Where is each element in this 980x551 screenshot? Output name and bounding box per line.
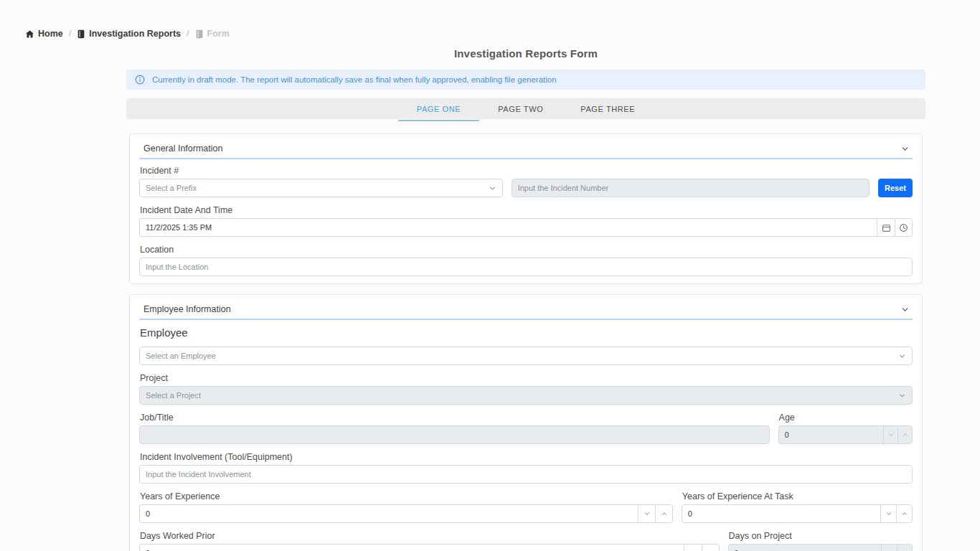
job-title-label: Job/Title: [140, 413, 770, 423]
years-experience-task-label: Years of Experience At Task: [682, 491, 913, 501]
days-worked-prior-field: Days Worked Prior: [139, 531, 720, 551]
days-on-project-label: Days on Project: [729, 531, 913, 541]
breadcrumb-separator: /: [69, 29, 71, 39]
incident-datetime-label: Incident Date And Time: [140, 205, 913, 215]
main-content: Investigation Reports Form Currently in …: [126, 47, 925, 551]
age-label: Age: [779, 413, 913, 423]
chevron-down-icon: [489, 184, 496, 192]
page-tabs: PAGE ONE PAGE TWO PAGE THREE: [126, 98, 925, 119]
stepper-down-icon: [883, 425, 897, 444]
age-field-wrap: [778, 425, 883, 444]
project-select: Select a Project: [139, 386, 913, 405]
job-title-input: [140, 426, 769, 443]
breadcrumb-form-label: Form: [207, 29, 230, 39]
report-icon: [195, 29, 204, 39]
incident-datetime-input[interactable]: [140, 219, 877, 236]
tab-page-two[interactable]: PAGE TWO: [479, 98, 562, 119]
employee-information-header: Employee Information: [139, 303, 913, 319]
chevron-down-icon: [898, 352, 906, 360]
years-experience-label: Years of Experience: [140, 491, 673, 501]
clock-icon[interactable]: [895, 218, 913, 237]
section-divider: [139, 319, 913, 320]
stepper-down-icon[interactable]: [880, 504, 896, 523]
info-icon: [135, 75, 145, 85]
years-experience-task-field: Years of Experience At Task: [682, 491, 913, 523]
location-input[interactable]: [140, 258, 912, 276]
incident-prefix-placeholder: Select a Prefix: [146, 184, 197, 192]
years-experience-task-input[interactable]: [682, 505, 880, 522]
employee-select[interactable]: Select an Employee: [139, 347, 913, 365]
general-information-header: General Information: [139, 142, 913, 158]
days-worked-prior-input[interactable]: [140, 545, 684, 551]
banner-text: Currently in draft mode. The report will…: [152, 75, 557, 84]
days-on-project-field-wrap: [728, 544, 882, 551]
chevron-down-icon[interactable]: [900, 305, 911, 314]
breadcrumb: Home / Investigation Reports / Form: [25, 29, 230, 39]
breadcrumb-separator: /: [187, 29, 189, 39]
breadcrumb-home[interactable]: Home: [25, 29, 63, 39]
incident-datetime-field-wrap: [139, 218, 877, 237]
stepper-up-icon[interactable]: [896, 504, 913, 523]
general-information-title: General Information: [143, 143, 222, 154]
draft-mode-banner: Currently in draft mode. The report will…: [126, 70, 925, 90]
project-select-placeholder: Select a Project: [146, 391, 201, 400]
breadcrumb-form: Form: [195, 29, 230, 39]
years-experience-stepper: [139, 504, 673, 523]
days-worked-prior-label: Days Worked Prior: [140, 531, 720, 541]
days-on-project-field: Days on Project: [728, 531, 913, 551]
stepper-up-icon[interactable]: [702, 544, 720, 551]
age-stepper: [778, 425, 913, 444]
age-input: [779, 426, 883, 443]
years-experience-field: Years of Experience: [139, 491, 673, 523]
employee-select-placeholder: Select an Employee: [146, 352, 216, 360]
chevron-down-icon[interactable]: [900, 144, 911, 154]
employee-information-title: Employee Information: [143, 304, 231, 314]
general-information-card: General Information Incident # Select a …: [129, 133, 923, 284]
page: Home / Investigation Reports / Form Inve…: [0, 0, 980, 551]
breadcrumb-reports-label: Investigation Reports: [89, 29, 181, 39]
stepper-up-icon: [897, 425, 913, 444]
incident-involvement-input[interactable]: [140, 466, 912, 483]
report-icon: [77, 29, 85, 39]
incident-datetime-group: [139, 218, 913, 237]
incident-number-input[interactable]: [512, 179, 869, 197]
reset-button[interactable]: Reset: [878, 179, 913, 197]
home-icon: [25, 29, 34, 39]
days-worked-prior-field-wrap: [139, 544, 684, 551]
location-field-wrap: [139, 258, 913, 276]
section-divider: [139, 158, 913, 159]
job-title-field-wrap: [139, 425, 770, 444]
breadcrumb-home-label: Home: [38, 29, 63, 39]
stepper-down-icon: [881, 544, 897, 551]
tab-page-three[interactable]: PAGE THREE: [562, 98, 654, 119]
calendar-icon[interactable]: [877, 218, 895, 237]
incident-involvement-label: Incident Involvement (Tool/Equipment): [140, 452, 913, 462]
tab-page-one[interactable]: PAGE ONE: [398, 98, 479, 119]
employee-label: Employee: [140, 326, 913, 339]
incident-prefix-select[interactable]: Select a Prefix: [139, 179, 503, 197]
years-experience-input[interactable]: [140, 505, 638, 522]
job-title-field: Job/Title: [139, 413, 770, 444]
incident-number-field-wrap: [512, 179, 870, 197]
breadcrumb-investigation-reports[interactable]: Investigation Reports: [77, 29, 181, 39]
years-experience-task-field-wrap: [682, 504, 880, 523]
stepper-up-icon[interactable]: [655, 504, 672, 523]
incident-involvement-field-wrap: [139, 465, 913, 484]
location-label: Location: [140, 245, 913, 255]
days-worked-prior-stepper: [139, 544, 720, 551]
employee-information-card: Employee Information Employee Select an …: [129, 294, 923, 551]
page-title: Investigation Reports Form: [126, 47, 925, 60]
years-experience-task-stepper: [682, 504, 913, 523]
age-field: Age: [778, 413, 913, 444]
years-experience-field-wrap: [139, 504, 638, 523]
project-label: Project: [140, 373, 913, 383]
stepper-down-icon[interactable]: [638, 504, 655, 523]
days-on-project-stepper: [728, 544, 913, 551]
stepper-up-icon: [897, 544, 913, 551]
chevron-down-icon: [898, 392, 906, 400]
days-on-project-input: [729, 545, 882, 551]
stepper-down-icon[interactable]: [684, 544, 701, 551]
incident-number-label: Incident #: [140, 166, 913, 176]
